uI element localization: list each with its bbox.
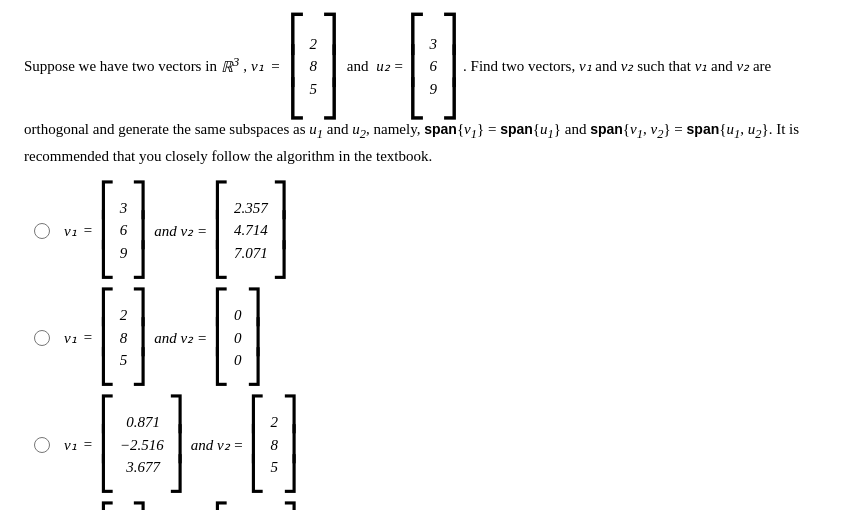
option-3-radio[interactable]: [34, 437, 50, 453]
superscript-3: 3: [233, 55, 239, 69]
opt2-v1-matrix: ⎡⎢⎣ 2 8 5 ⎤⎥⎦: [99, 293, 149, 382]
option-1-expr: v₁ = ⎡⎢⎣ 3 6 9 ⎤⎥⎦ and v₂ = ⎡⎢⎣ 2.357 4.…: [64, 186, 289, 275]
problem-line1: Suppose we have two vectors in ℝ3 , v₁ =…: [24, 18, 839, 115]
u2-label: u₂ =: [376, 50, 403, 83]
opt3-v2-matrix: ⎡⎢⎣ 2 8 5 ⎤⎥⎦: [249, 400, 299, 489]
intro-text: Suppose we have two vectors in: [24, 50, 217, 83]
option-2-radio[interactable]: [34, 330, 50, 346]
problem-line2: orthogonal and generate the same subspac…: [24, 117, 839, 168]
opt1-v2-matrix: ⎡⎢⎣ 2.357 4.714 7.071 ⎤⎥⎦: [213, 186, 289, 275]
option-1-row: v₁ = ⎡⎢⎣ 3 6 9 ⎤⎥⎦ and v₂ = ⎡⎢⎣ 2.357 4.…: [34, 186, 839, 275]
options-container: v₁ = ⎡⎢⎣ 3 6 9 ⎤⎥⎦ and v₂ = ⎡⎢⎣ 2.357 4.…: [24, 186, 839, 510]
opt2-v2-matrix: ⎡⎢⎣ 0 0 0 ⎤⎥⎦: [213, 293, 263, 382]
opt1-v1-matrix: ⎡⎢⎣ 3 6 9 ⎤⎥⎦: [99, 186, 149, 275]
space-symbol: ℝ3: [221, 49, 239, 84]
option-2-expr: v₁ = ⎡⎢⎣ 2 8 5 ⎤⎥⎦ and v₂ = ⎡⎢⎣ 0 0 0 ⎤: [64, 293, 263, 382]
and-text: and: [343, 50, 372, 83]
option-1-radio[interactable]: [34, 223, 50, 239]
option-3-expr: v₁ = ⎡⎢⎣ 0.871 −2.516 3.677 ⎤⎥⎦ and v₂ =…: [64, 400, 299, 489]
u1-matrix: ⎡⎢⎣ 2 8 5 ⎤⎥⎦: [288, 18, 340, 115]
option-2-row: v₁ = ⎡⎢⎣ 2 8 5 ⎤⎥⎦ and v₂ = ⎡⎢⎣ 0 0 0 ⎤: [34, 293, 839, 382]
u1-label: v₁: [251, 50, 264, 83]
equals-u1: =: [268, 50, 284, 83]
comma-u1: ,: [243, 50, 247, 83]
opt3-v1-matrix: ⎡⎢⎣ 0.871 −2.516 3.677 ⎤⎥⎦: [99, 400, 185, 489]
option-3-row: v₁ = ⎡⎢⎣ 0.871 −2.516 3.677 ⎤⎥⎦ and v₂ =…: [34, 400, 839, 489]
problem-statement: Suppose we have two vectors in ℝ3 , v₁ =…: [24, 18, 839, 168]
find-text: . Find two vectors, v₁ and v₂ such that …: [463, 50, 771, 83]
u2-matrix: ⎡⎢⎣ 3 6 9 ⎤⎥⎦: [408, 18, 460, 115]
